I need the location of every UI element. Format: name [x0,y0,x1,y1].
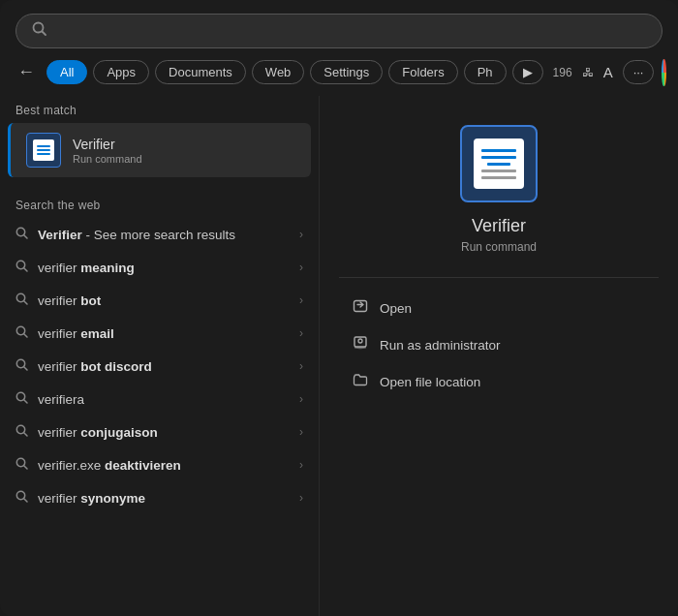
search-input[interactable]: Verifier [57,22,646,40]
svg-line-13 [24,400,27,403]
search-bar-row: Verifier [0,0,678,58]
web-search-icon-1 [15,260,28,275]
svg-line-9 [24,334,27,337]
chevron-icon-1: › [299,261,303,274]
chevron-icon-3: › [299,326,303,340]
best-match-title: Verifier [73,137,295,152]
preview-line-1 [481,149,516,152]
svg-line-5 [24,268,27,271]
chevron-icon-5: › [299,392,303,406]
web-search-icon-2 [15,293,28,308]
filter-pill-folders[interactable]: Folders [388,60,457,84]
run-as-admin-icon [351,335,370,354]
app-preview-icon [460,125,538,202]
best-match-label: Best match [0,96,319,123]
icon-line-3 [37,153,50,155]
web-search-icon-3 [15,325,28,341]
back-button[interactable]: ← [12,58,41,86]
filter-pill-apps[interactable]: Apps [93,60,149,84]
web-item-7[interactable]: verifier.exe deaktivieren › [0,448,319,481]
search-web-label: Search the web [0,191,319,218]
network-icon: 🖧 [582,66,594,79]
open-file-location-icon [351,372,370,391]
search-window: Verifier ← All Apps Documents Web Settin… [0,0,678,616]
web-item-1[interactable]: verifier meaning › [0,251,319,284]
svg-line-15 [24,433,27,436]
chevron-icon-0: › [299,228,303,241]
web-item-text-5: verifiera [38,392,290,407]
colorful-logo-icon [662,59,666,86]
web-item-0[interactable]: Verifier - See more search results › [0,218,319,251]
open-action[interactable]: Open [339,290,659,326]
web-item-text-6: verifier conjugaison [38,425,290,440]
preview-line-5 [481,176,516,179]
filter-pill-documents[interactable]: Documents [155,60,246,84]
run-as-admin-label: Run as administrator [380,338,501,353]
app-preview-title: Verifier [472,216,526,236]
search-icon [32,21,47,41]
open-label: Open [380,301,412,316]
verifier-icon-inner [33,139,54,161]
web-item-text-4: verifier bot discord [38,359,290,374]
app-preview-inner [474,139,524,189]
chevron-icon-8: › [299,491,303,505]
web-item-text-3: verifier email [38,326,290,341]
web-item-text-0: Verifier - See more search results [38,228,290,242]
best-match-item[interactable]: Verifier Run command ← [8,123,311,177]
preview-line-3 [487,163,510,166]
search-web-section: Search the web Verifier - See more searc… [0,181,319,514]
main-area: Best match Verifier Run command [0,96,678,616]
divider [339,277,659,278]
web-item-text-1: verifier meaning [38,261,290,275]
web-item-3[interactable]: verifier email › [0,317,319,350]
web-search-icon-0 [15,227,28,242]
left-panel: Best match Verifier Run command [0,96,320,616]
chevron-icon-2: › [299,293,303,307]
best-match-subtitle: Run command [73,153,295,165]
web-item-4[interactable]: verifier bot discord › [0,350,319,383]
web-search-icon-6 [15,424,28,440]
verifier-icon-lines [37,145,50,155]
web-item-text-2: verifier bot [38,293,290,308]
web-item-2[interactable]: verifier bot › [0,284,319,317]
svg-point-22 [358,339,362,343]
filter-pill-all[interactable]: All [46,60,87,84]
svg-line-3 [24,235,27,238]
open-icon [351,298,370,318]
open-file-location-action[interactable]: Open file location [339,363,659,400]
filter-pill-ph[interactable]: Ph [464,60,507,84]
web-item-5[interactable]: verifiera › [0,383,319,416]
number-badge: 196 [549,62,576,83]
web-item-text-8: verifier synonyme [38,491,290,506]
open-file-location-label: Open file location [380,375,480,389]
web-item-8[interactable]: verifier synonyme › [0,481,319,514]
chevron-icon-4: › [299,359,303,373]
chevron-icon-6: › [299,425,303,439]
action-list: Open Run as administrator [339,290,659,400]
play-button[interactable]: ▶ [512,60,543,84]
filter-pill-settings[interactable]: Settings [310,60,383,84]
web-search-icon-5 [15,391,28,407]
right-panel: Verifier Run command Open [320,96,678,616]
web-item-6[interactable]: verifier conjugaison › [0,416,319,448]
web-search-icon-4 [15,358,28,374]
svg-line-17 [24,466,27,469]
svg-line-1 [43,32,46,36]
verifier-app-icon [26,133,61,168]
web-search-icon-7 [15,457,28,473]
search-bar: Verifier [15,14,663,48]
web-item-text-7: verifier.exe deaktivieren [38,458,290,473]
icon-line-1 [37,145,50,147]
app-preview-subtitle: Run command [461,240,537,254]
chevron-icon-7: › [299,458,303,472]
more-filters-button[interactable]: ··· [623,60,655,84]
icon-line-2 [37,149,50,151]
filter-pill-web[interactable]: Web [252,60,305,84]
svg-line-19 [24,499,27,502]
best-match-text-group: Verifier Run command [73,137,295,165]
svg-line-7 [24,301,27,304]
run-as-admin-action[interactable]: Run as administrator [339,326,659,363]
letter-a-badge: A [600,60,617,84]
web-search-icon-8 [15,490,28,506]
preview-line-2 [481,156,516,159]
